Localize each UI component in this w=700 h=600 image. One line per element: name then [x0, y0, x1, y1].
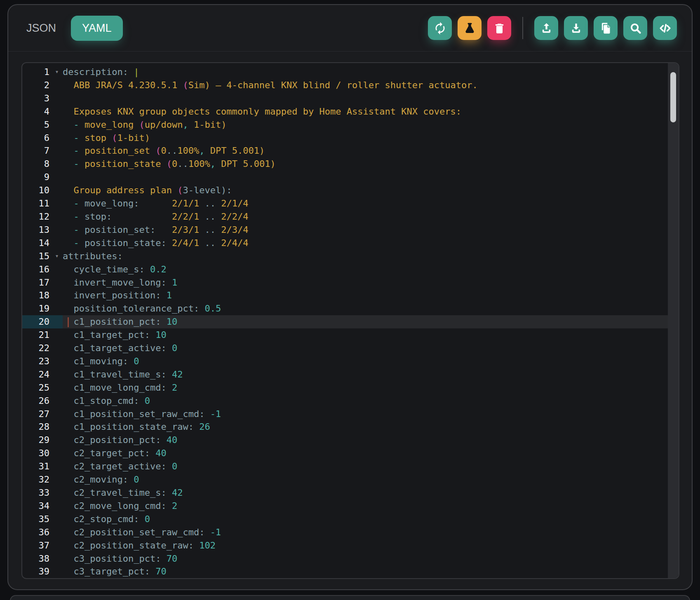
fold-gutter	[51, 302, 63, 315]
format-tabs: JSON YAML	[26, 16, 123, 41]
code-line[interactable]: 9	[22, 171, 679, 184]
code-text: - position_state (0..100%, DPT 5.001)	[63, 157, 679, 171]
code-line[interactable]: 7 - position_set (0..100%, DPT 5.001)	[22, 144, 679, 157]
code-text: Exposes KNX group objects commonly mappe…	[63, 105, 679, 118]
code-line[interactable]: 13 - position_set: 2/3/1 .. 2/3/4	[22, 223, 679, 237]
code-line[interactable]: 21 c1_target_pct: 10	[22, 328, 679, 342]
code-line[interactable]: 3	[22, 92, 679, 105]
code-line[interactable]: 19 position_tolerance_pct: 0.5	[22, 302, 679, 315]
line-number: 18	[22, 289, 51, 302]
tab-json[interactable]: JSON	[26, 22, 56, 35]
line-number: 15	[22, 250, 51, 263]
code-text: c3_position_pct: 70	[63, 552, 679, 565]
line-number: 36	[22, 526, 51, 539]
code-line[interactable]: 15▾attributes:	[22, 250, 679, 263]
code-line[interactable]: 22 c1_target_active: 0	[22, 342, 679, 355]
fold-gutter	[51, 171, 63, 184]
code-line[interactable]: 35 c2_stop_cmd: 0	[22, 513, 679, 526]
refresh-button[interactable]	[428, 16, 452, 40]
code-line[interactable]: 36 c2_position_set_raw_cmd: -1	[22, 526, 679, 539]
editor-panel: JSON YAML 1▾description: |2 ABB JRA/S 4.…	[7, 4, 693, 590]
line-number: 24	[22, 368, 51, 381]
fold-gutter	[51, 381, 63, 394]
fold-gutter	[51, 460, 63, 473]
code-text: c1_moving: 0	[63, 355, 679, 368]
code-view-button[interactable]	[653, 16, 677, 40]
fold-toggle-icon[interactable]: ▾	[51, 250, 63, 263]
code-line[interactable]: 30 c2_target_pct: 40	[22, 447, 679, 460]
code-line[interactable]: 37 c2_position_state_raw: 102	[22, 539, 679, 552]
code-line[interactable]: 5 - move_long (up/down, 1-bit)	[22, 118, 679, 131]
code-text	[63, 171, 679, 184]
fold-gutter	[51, 526, 63, 539]
tab-yaml[interactable]: YAML	[71, 16, 123, 41]
copy-button[interactable]	[594, 16, 618, 40]
line-number: 16	[22, 263, 51, 276]
code-line[interactable]: 18 invert_position: 1	[22, 289, 679, 302]
fold-toggle-icon[interactable]: ▾	[51, 66, 63, 79]
line-number: 9	[22, 171, 51, 184]
code-line[interactable]: 16 cycle_time_s: 0.2	[22, 263, 679, 276]
line-number: 10	[22, 184, 51, 197]
code-text: c1_position_set_raw_cmd: -1	[63, 408, 679, 421]
code-line[interactable]: 27 c1_position_set_raw_cmd: -1	[22, 408, 679, 421]
code-line[interactable]: 8 - position_state (0..100%, DPT 5.001)	[22, 157, 679, 171]
code-text: - stop (1-bit)	[63, 131, 679, 145]
code-text: attributes:	[63, 250, 679, 263]
code-area[interactable]: 1▾description: |2 ABB JRA/S 4.230.5.1 (S…	[22, 63, 679, 578]
code-text: c2_position_state_raw: 102	[63, 539, 679, 552]
code-text: c1_position_pct: 10	[63, 315, 679, 328]
line-number: 28	[22, 420, 51, 434]
line-number: 12	[22, 210, 51, 223]
test-button[interactable]	[458, 16, 482, 40]
code-line[interactable]: 34 c2_move_long_cmd: 2	[22, 499, 679, 513]
code-text: position_tolerance_pct: 0.5	[63, 302, 679, 315]
code-text: c3_target_pct: 70	[63, 565, 679, 578]
code-line[interactable]: 14 - position_state: 2/4/1 .. 2/4/4	[22, 237, 679, 250]
fold-gutter	[51, 210, 63, 223]
next-card-edge	[10, 595, 690, 600]
scrollbar-track[interactable]	[668, 63, 679, 578]
code-line[interactable]: 28 c1_position_state_raw: 26	[22, 420, 679, 434]
scrollbar-thumb[interactable]	[670, 72, 676, 122]
code-line[interactable]: 26 c1_stop_cmd: 0	[22, 394, 679, 408]
code-line[interactable]: 31 c2_target_active: 0	[22, 460, 679, 473]
code-line[interactable]: 12 - stop: 2/2/1 .. 2/2/4	[22, 210, 679, 223]
code-line[interactable]: 25 c1_move_long_cmd: 2	[22, 381, 679, 394]
code-line[interactable]: 2 ABB JRA/S 4.230.5.1 (Sim) – 4-channel …	[22, 79, 679, 92]
code-text: c1_travel_time_s: 42	[63, 368, 679, 381]
code-text: c2_stop_cmd: 0	[63, 513, 679, 526]
toolbar-buttons	[428, 16, 677, 40]
code-editor[interactable]: 1▾description: |2 ABB JRA/S 4.230.5.1 (S…	[21, 62, 679, 579]
code-line[interactable]: 29 c2_position_pct: 40	[22, 434, 679, 447]
line-number: 38	[22, 552, 51, 565]
code-line[interactable]: 11 - move_long: 2/1/1 .. 2/1/4	[22, 197, 679, 210]
code-text: c1_position_state_raw: 26	[63, 420, 679, 434]
code-line[interactable]: 33 c2_travel_time_s: 42	[22, 486, 679, 499]
code-text: c1_target_active: 0	[63, 342, 679, 355]
active-code-line[interactable]: 20 c1_position_pct: 10	[22, 315, 679, 328]
fold-gutter	[51, 539, 63, 552]
code-line[interactable]: 10 Group address plan (3-level):	[22, 184, 679, 197]
code-line[interactable]: 38 c3_position_pct: 70	[22, 552, 679, 565]
upload-button[interactable]	[534, 16, 558, 40]
fold-gutter	[51, 276, 63, 289]
fold-gutter	[51, 315, 63, 328]
code-line[interactable]: 17 invert_move_long: 1	[22, 276, 679, 289]
code-line[interactable]: 32 c2_moving: 0	[22, 473, 679, 486]
code-line[interactable]: 4 Exposes KNX group objects commonly map…	[22, 105, 679, 118]
code-line[interactable]: 24 c1_travel_time_s: 42	[22, 368, 679, 381]
code-text: c1_move_long_cmd: 2	[63, 381, 679, 394]
code-line[interactable]: 23 c1_moving: 0	[22, 355, 679, 368]
delete-button[interactable]	[487, 16, 511, 40]
line-number: 22	[22, 342, 51, 355]
download-button[interactable]	[564, 16, 588, 40]
search-button[interactable]	[623, 16, 647, 40]
code-text: c2_moving: 0	[63, 473, 679, 486]
line-number: 26	[22, 394, 51, 408]
code-line[interactable]: 6 - stop (1-bit)	[22, 131, 679, 145]
code-line[interactable]: 1▾description: |	[22, 66, 679, 79]
fold-gutter	[51, 486, 63, 499]
code-line[interactable]: 39 c3_target_pct: 70	[22, 565, 679, 578]
fold-gutter	[51, 131, 63, 145]
